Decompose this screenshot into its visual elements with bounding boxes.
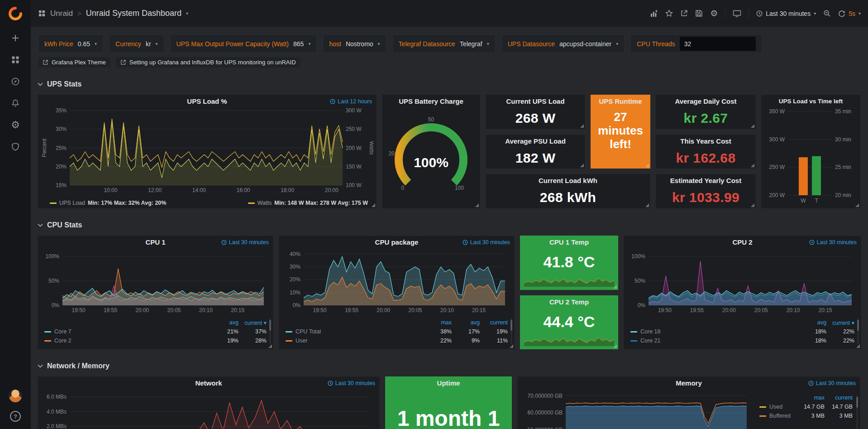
legend-scrollbar[interactable]: [857, 318, 859, 344]
zoom-out-icon[interactable]: [823, 10, 831, 17]
variable-value[interactable]: 865: [293, 40, 304, 48]
variable-host[interactable]: hostNostromo▾: [323, 34, 386, 53]
tv-mode-icon[interactable]: [733, 10, 741, 18]
variable-value[interactable]: Telegraf: [460, 40, 482, 48]
legend-sort-current[interactable]: current ▾: [826, 319, 854, 326]
time-range-label: Last 30 minutes: [766, 10, 811, 17]
create-icon[interactable]: [0, 27, 31, 49]
legend-series-name[interactable]: Core 2: [44, 337, 210, 344]
section-cpu-stats[interactable]: CPU Stats: [38, 220, 861, 230]
variable-value[interactable]: apcupsd-container: [559, 40, 611, 48]
panel-title[interactable]: UPS Battery Charge: [382, 95, 480, 108]
panel-title[interactable]: Uptime: [386, 377, 511, 390]
variable-kwh-price[interactable]: kWh Price0.65▾: [38, 34, 103, 53]
section-ups-stats[interactable]: UPS Stats: [38, 79, 861, 89]
configuration-icon[interactable]: ⚙: [0, 114, 31, 136]
panel-title[interactable]: This Years Cost: [656, 135, 755, 148]
variable-label: kWh Price: [44, 40, 73, 48]
panel-time-range[interactable]: Last 12 hours: [330, 95, 372, 108]
time-range-picker[interactable]: Last 30 minutes ▾: [756, 10, 816, 17]
user-avatar[interactable]: [9, 389, 22, 403]
variable-value[interactable]: Nostromo: [346, 40, 373, 48]
panel-time-range[interactable]: Last 30 minutes: [221, 236, 269, 249]
memory-chart[interactable]: 50.000000 GB60.000000 GB70.000000 GB19:5…: [520, 390, 753, 429]
legend-sort-avg[interactable]: avg: [798, 319, 826, 326]
explore-icon[interactable]: [0, 71, 31, 92]
dashboard-link[interactable]: Grafana Plex Theme: [38, 57, 110, 67]
legend-sort-current[interactable]: current: [480, 319, 508, 326]
svg-text:60.000000 GB: 60.000000 GB: [528, 410, 563, 416]
legend-series-name[interactable]: CPU Total: [286, 328, 424, 335]
star-icon[interactable]: [665, 10, 673, 17]
svg-text:350 W: 350 W: [769, 108, 785, 115]
panel-title[interactable]: UPS Load %: [38, 95, 376, 108]
ups-load-chart[interactable]: 15%20%25%30%35%100 W150 W200 W250 W300 W…: [41, 108, 373, 194]
legend-sort-avg[interactable]: avg: [452, 319, 480, 326]
legend-scrollbar[interactable]: [856, 395, 858, 429]
panel-title[interactable]: UPS Runtime: [591, 95, 650, 108]
share-icon[interactable]: [680, 10, 688, 17]
panel-title[interactable]: Current Load kWh: [486, 174, 650, 187]
dashboards-icon[interactable]: [0, 49, 31, 71]
svg-text:20:05: 20:05: [754, 307, 768, 313]
panel-time-range[interactable]: Last 30 minutes: [463, 236, 510, 249]
panel-time-range[interactable]: Last 30 minutes: [328, 377, 375, 390]
variable-ups-max-output-power-capacity-watt-[interactable]: UPS Max Output Power Capacity (Watt)865▾: [170, 34, 317, 53]
variable-telegraf-datasource[interactable]: Telegraf DatasourceTelegraf▾: [392, 34, 496, 53]
ups-vs-time-chart[interactable]: 200 W250 W300 W350 W20 min25 min30 min35…: [763, 108, 858, 205]
panel-title[interactable]: UPS Load vs Time left: [762, 95, 860, 108]
panel-title[interactable]: Estimated Yearly Cost: [656, 174, 755, 187]
help-icon[interactable]: ?: [10, 411, 21, 422]
server-admin-icon[interactable]: [0, 136, 31, 158]
legend-item[interactable]: WattsMin: 148 W Max: 278 W Avg: 175 W: [248, 200, 368, 206]
panel-ups-battery-charge: UPS Battery Charge 02050100100%: [382, 95, 480, 208]
dashboard-caret-icon[interactable]: ▾: [186, 11, 188, 16]
breadcrumb-folder[interactable]: Unraid: [50, 9, 73, 18]
variable-currency[interactable]: Currencykr▾: [109, 34, 164, 53]
cpu1-chart[interactable]: 0%50%100%19:5019:5520:0020:0520:1020:15: [41, 249, 270, 314]
grafana-logo[interactable]: [8, 6, 23, 21]
variable-cpu-threads[interactable]: CPU Threads32: [630, 34, 762, 53]
legend-sort-max[interactable]: max: [796, 395, 825, 401]
variable-ups-datasource[interactable]: UPS Datasourceapcupsd-container▾: [501, 34, 625, 53]
save-icon[interactable]: [695, 10, 703, 17]
section-network-memory[interactable]: Network / Memory: [38, 361, 861, 371]
legend-series-name[interactable]: Core 7: [44, 328, 210, 335]
external-link-icon: [120, 59, 126, 65]
legend-sort-current[interactable]: current: [825, 395, 853, 401]
legend-series-name[interactable]: Core 21: [630, 337, 798, 344]
legend-series-name[interactable]: Core 18: [630, 328, 798, 335]
legend-series-name[interactable]: Buffered: [759, 413, 796, 419]
settings-icon[interactable]: ⚙: [710, 9, 718, 18]
legend-sort-max[interactable]: max: [424, 319, 452, 326]
panel-title[interactable]: Current UPS Load: [486, 95, 585, 108]
variable-value[interactable]: kr: [146, 40, 151, 48]
panel-title[interactable]: CPU 2 Temp: [520, 296, 618, 308]
add-panel-icon[interactable]: [650, 10, 658, 18]
legend-scrollbar[interactable]: [510, 318, 512, 344]
dashboard-link[interactable]: Setting up Grafana and InfluxDB for UPS …: [116, 57, 300, 67]
legend-sort-avg[interactable]: avg: [210, 319, 238, 326]
cpu-package-chart[interactable]: 0%10%20%30%40%19:5019:5520:0020:0520:102…: [282, 249, 511, 314]
panel-title[interactable]: CPU 1 Temp: [520, 236, 618, 249]
panel-time-range[interactable]: Last 30 minutes: [808, 377, 856, 390]
refresh-picker[interactable]: 5s ▾: [838, 10, 861, 17]
cpu2-chart[interactable]: 0%50%100%19:5019:5520:0020:0520:1020:15: [627, 249, 858, 314]
panel-memory: Memory Last 30 minutes 50.000000 GB60.00…: [517, 376, 860, 429]
panel-title[interactable]: Average Daily Cost: [656, 95, 755, 108]
legend-sort-current[interactable]: current ▾: [238, 319, 267, 326]
network-chart[interactable]: 2.0 MBs4.0 MBs6.0 MBs19:5019:5520:0020:0…: [41, 390, 377, 429]
variable-input[interactable]: 32: [680, 37, 756, 51]
alerting-icon[interactable]: [0, 92, 31, 114]
legend-series-name[interactable]: Used: [759, 404, 796, 410]
dashboard-grid-icon[interactable]: [38, 10, 46, 17]
legend-item[interactable]: UPS LoadMin: 17% Max: 32% Avg: 20%: [50, 200, 166, 206]
panel-time-range[interactable]: Last 30 minutes: [809, 236, 857, 249]
variable-value[interactable]: 0.65: [78, 40, 90, 48]
panel-title[interactable]: Average PSU Load: [486, 135, 585, 148]
navbar-divider: [725, 9, 725, 19]
legend-series-name[interactable]: User: [286, 337, 424, 344]
dashboard-title[interactable]: Unraid System Dashboard: [86, 9, 181, 18]
legend-scrollbar[interactable]: [269, 318, 271, 344]
battery-gauge[interactable]: 02050100100%: [386, 109, 476, 203]
